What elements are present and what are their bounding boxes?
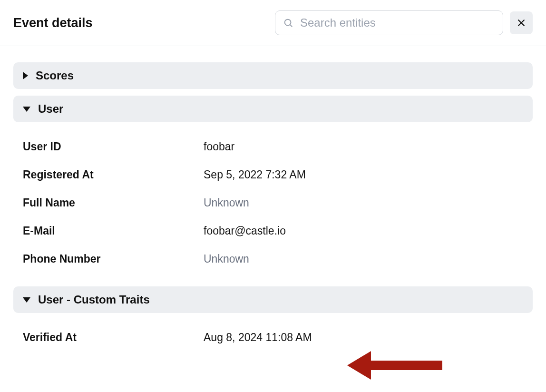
- svg-line-1: [290, 25, 292, 27]
- panel-content: Scores User User ID foobar Registered At…: [0, 46, 546, 365]
- custom-traits-fields: Verified At Aug 8, 2024 11:08 AM: [13, 320, 533, 365]
- search-box[interactable]: [275, 10, 503, 35]
- field-label: Full Name: [23, 196, 204, 209]
- panel-header: Event details: [0, 0, 546, 46]
- header-actions: [275, 10, 533, 35]
- section-title-custom-traits: User - Custom Traits: [38, 293, 150, 306]
- field-row-registered-at: Registered At Sep 5, 2022 7:32 AM: [13, 161, 533, 189]
- field-row-phone: Phone Number Unknown: [13, 245, 533, 273]
- search-icon: [283, 18, 293, 28]
- field-value: Unknown: [204, 196, 249, 209]
- field-value: Sep 5, 2022 7:32 AM: [204, 168, 306, 181]
- user-fields: User ID foobar Registered At Sep 5, 2022…: [13, 129, 533, 286]
- section-header-user[interactable]: User: [13, 96, 533, 122]
- field-label: E-Mail: [23, 225, 204, 237]
- field-row-verified-at: Verified At Aug 8, 2024 11:08 AM: [13, 323, 533, 352]
- field-value: foobar: [204, 140, 234, 153]
- section-header-scores[interactable]: Scores: [13, 62, 533, 89]
- svg-point-0: [285, 20, 291, 26]
- field-label: User ID: [23, 140, 204, 153]
- search-input[interactable]: [300, 16, 495, 29]
- close-button[interactable]: [510, 11, 533, 34]
- field-value: Aug 8, 2024 11:08 AM: [204, 331, 312, 344]
- field-label: Verified At: [23, 331, 204, 344]
- section-header-custom-traits[interactable]: User - Custom Traits: [13, 286, 533, 313]
- section-title-scores: Scores: [36, 69, 74, 82]
- field-value: Unknown: [204, 253, 249, 265]
- field-row-full-name: Full Name Unknown: [13, 189, 533, 217]
- field-label: Phone Number: [23, 253, 204, 265]
- close-icon: [517, 18, 526, 28]
- page-title: Event details: [13, 16, 93, 30]
- field-row-email: E-Mail foobar@castle.io: [13, 217, 533, 245]
- chevron-down-icon: [23, 107, 30, 112]
- section-title-user: User: [38, 102, 63, 116]
- field-row-user-id: User ID foobar: [13, 133, 533, 161]
- field-value: foobar@castle.io: [204, 225, 286, 237]
- field-label: Registered At: [23, 168, 204, 181]
- chevron-down-icon: [23, 297, 30, 303]
- chevron-right-icon: [23, 72, 28, 79]
